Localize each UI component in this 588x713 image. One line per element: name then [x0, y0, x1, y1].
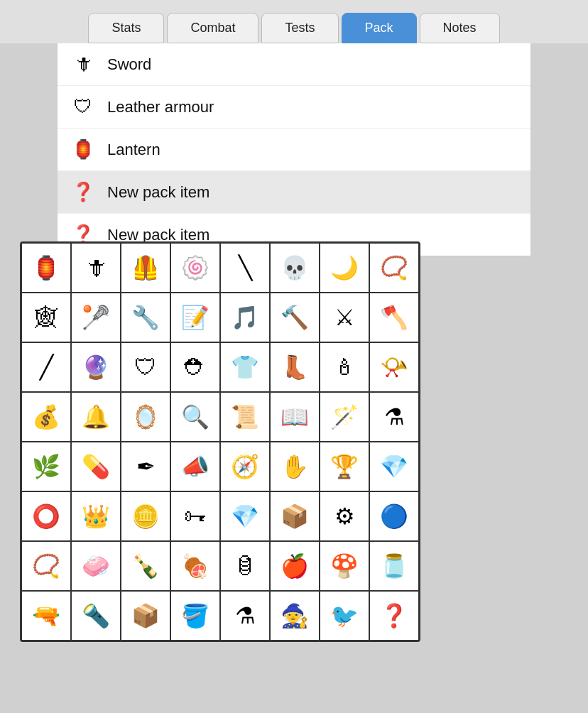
icon-grid: 🏮🗡🦺🍥╲💀🌙📿🕸🥍🔧📝🎵🔨⚔🪓╱🔮🛡⛑👕👢🕯📯💰🔔🪞🔍📜📖🪄⚗🌿💊✒📣🧭✋🏆💎…: [21, 243, 419, 641]
icon-cell-51[interactable]: 🍖: [170, 541, 220, 591]
icon-cell-42[interactable]: 🪙: [121, 491, 170, 541]
icon-cell-31[interactable]: ⚗: [369, 392, 419, 442]
icon-cell-34[interactable]: ✒: [121, 442, 170, 491]
icon-cell-3[interactable]: 🍥: [170, 243, 220, 293]
icon-cell-35[interactable]: 📣: [170, 442, 220, 491]
icon-cell-14[interactable]: ⚔: [320, 293, 369, 342]
icon-cell-39[interactable]: 💎: [369, 442, 419, 491]
tab-combat[interactable]: Combat: [167, 13, 258, 43]
icon-cell-17[interactable]: 🔮: [71, 342, 121, 392]
icon-cell-52[interactable]: 🛢: [220, 541, 270, 591]
icon-cell-8[interactable]: 🕸: [21, 293, 71, 342]
icon-cell-38[interactable]: 🏆: [320, 442, 369, 491]
leather-armour-label: Leather armour: [107, 98, 214, 116]
icon-cell-24[interactable]: 💰: [21, 392, 71, 442]
icon-cell-11[interactable]: 📝: [170, 293, 220, 342]
icon-cell-2[interactable]: 🦺: [121, 243, 170, 293]
list-item-lantern[interactable]: 🏮 Lantern: [58, 129, 530, 171]
icon-cell-33[interactable]: 💊: [71, 442, 121, 491]
icon-cell-7[interactable]: 📿: [369, 243, 419, 293]
icon-cell-26[interactable]: 🪞: [121, 392, 170, 442]
icon-cell-12[interactable]: 🎵: [220, 293, 270, 342]
list-item-leather-armour[interactable]: 🛡 Leather armour: [58, 86, 530, 129]
icon-cell-18[interactable]: 🛡: [121, 342, 170, 392]
new-pack-icon: ❓: [72, 181, 94, 203]
sword-icon: 🗡: [72, 53, 94, 75]
icon-cell-62[interactable]: 🐦: [320, 591, 369, 641]
icon-picker: 🏮🗡🦺🍥╲💀🌙📿🕸🥍🔧📝🎵🔨⚔🪓╱🔮🛡⛑👕👢🕯📯💰🔔🪞🔍📜📖🪄⚗🌿💊✒📣🧭✋🏆💎…: [20, 241, 420, 642]
lantern-label: Lantern: [107, 141, 160, 159]
icon-cell-28[interactable]: 📜: [220, 392, 270, 442]
tab-bar: Stats Combat Tests Pack Notes: [0, 0, 588, 43]
icon-cell-0[interactable]: 🏮: [21, 243, 71, 293]
tab-notes[interactable]: Notes: [420, 13, 500, 43]
icon-cell-61[interactable]: 🧙: [270, 591, 320, 641]
icon-cell-54[interactable]: 🍄: [320, 541, 369, 591]
icon-cell-47[interactable]: 🔵: [369, 491, 419, 541]
icon-cell-55[interactable]: 🫙: [369, 541, 419, 591]
list-item-new-pack[interactable]: ❓ New pack item: [58, 171, 530, 214]
icon-cell-57[interactable]: 🔦: [71, 591, 121, 641]
icon-cell-6[interactable]: 🌙: [320, 243, 369, 293]
icon-cell-32[interactable]: 🌿: [21, 442, 71, 491]
icon-cell-21[interactable]: 👢: [270, 342, 320, 392]
icon-cell-9[interactable]: 🥍: [71, 293, 121, 342]
list-item-sword[interactable]: 🗡 Sword: [58, 43, 530, 86]
tab-tests[interactable]: Tests: [261, 13, 338, 43]
icon-cell-50[interactable]: 🍾: [121, 541, 170, 591]
icon-cell-58[interactable]: 📦: [121, 591, 170, 641]
icon-cell-46[interactable]: ⚙: [320, 491, 369, 541]
icon-cell-13[interactable]: 🔨: [270, 293, 320, 342]
icon-cell-25[interactable]: 🔔: [71, 392, 121, 442]
icon-cell-36[interactable]: 🧭: [220, 442, 270, 491]
icon-cell-56[interactable]: 🔫: [21, 591, 71, 641]
sword-label: Sword: [107, 55, 151, 74]
icon-cell-48[interactable]: 📿: [21, 541, 71, 591]
icon-cell-59[interactable]: 🪣: [170, 591, 220, 641]
icon-cell-37[interactable]: ✋: [270, 442, 320, 491]
icon-cell-63[interactable]: ❓: [369, 591, 419, 641]
icon-cell-5[interactable]: 💀: [270, 243, 320, 293]
icon-cell-22[interactable]: 🕯: [320, 342, 369, 392]
icon-cell-19[interactable]: ⛑: [170, 342, 220, 392]
icon-cell-27[interactable]: 🔍: [170, 392, 220, 442]
icon-cell-20[interactable]: 👕: [220, 342, 270, 392]
icon-cell-30[interactable]: 🪄: [320, 392, 369, 442]
icon-cell-49[interactable]: 🧼: [71, 541, 121, 591]
icon-cell-23[interactable]: 📯: [369, 342, 419, 392]
new-pack-label: New pack item: [107, 183, 209, 202]
lantern-icon: 🏮: [72, 138, 94, 160]
icon-cell-40[interactable]: ⭕: [21, 491, 71, 541]
icon-cell-60[interactable]: ⚗: [220, 591, 270, 641]
icon-cell-53[interactable]: 🍎: [270, 541, 320, 591]
leather-armour-icon: 🛡: [72, 96, 94, 118]
tab-pack[interactable]: Pack: [342, 13, 417, 43]
icon-cell-15[interactable]: 🪓: [369, 293, 419, 342]
icon-cell-1[interactable]: 🗡: [71, 243, 121, 293]
icon-cell-29[interactable]: 📖: [270, 392, 320, 442]
icon-cell-16[interactable]: ╱: [21, 342, 71, 392]
icon-cell-44[interactable]: 💎: [220, 491, 270, 541]
icon-cell-43[interactable]: 🗝: [170, 491, 220, 541]
tab-stats[interactable]: Stats: [88, 13, 164, 43]
icon-cell-45[interactable]: 📦: [270, 491, 320, 541]
pack-list: 🗡 Sword 🛡 Leather armour 🏮 Lantern ❓ New…: [57, 43, 531, 256]
icon-cell-41[interactable]: 👑: [71, 491, 121, 541]
icon-cell-4[interactable]: ╲: [220, 243, 270, 293]
icon-cell-10[interactable]: 🔧: [121, 293, 170, 342]
